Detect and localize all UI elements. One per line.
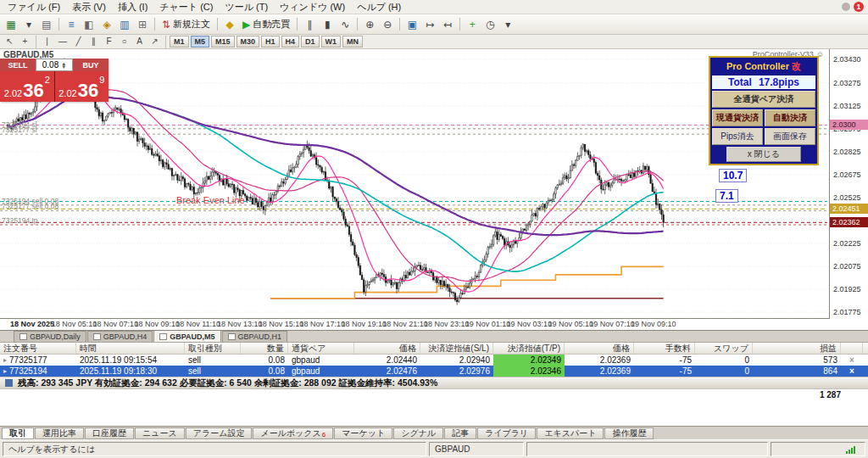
toolbar-indicators-button[interactable]: +	[464, 16, 481, 33]
close-position-button[interactable]: ×	[841, 355, 863, 366]
timeframe-d1-button[interactable]: D1	[301, 36, 320, 47]
notification-badge[interactable]: 1	[854, 2, 864, 12]
terminal-tab-experts[interactable]: エキスパート	[537, 427, 604, 439]
close-position-button[interactable]: ×	[841, 366, 863, 377]
chart-tab-gbpaud-daily[interactable]: GBPAUD,Daily	[14, 331, 86, 342]
toolbar-chart-dropdown-button[interactable]: ▾	[20, 16, 37, 33]
column-header-5[interactable]: 通貨ペア	[288, 343, 354, 354]
toolbar-fibonacci-button[interactable]: F	[102, 36, 116, 48]
toolbar-autotrading-button[interactable]: ▶自動売買	[239, 16, 293, 33]
time-axis[interactable]: 18 Nov 202518 Nov 05:1018 Nov 07:1018 No…	[0, 318, 829, 330]
column-header-7[interactable]: 決済逆指値(S/L)	[420, 343, 493, 354]
terminal-tab-library[interactable]: ライブラリ	[477, 427, 536, 439]
terminal-tab-news[interactable]: ニュース	[135, 427, 185, 439]
terminal-tab-articles[interactable]: 記事	[444, 427, 476, 439]
toolbar-vertical-line-button[interactable]: ∣	[40, 36, 54, 48]
timeframe-mn-button[interactable]: MN	[342, 36, 363, 47]
toolbar-periods-button[interactable]: ◷	[481, 16, 498, 33]
toolbar-auto-scroll-button[interactable]: ↦	[421, 16, 438, 33]
status-connection[interactable]	[771, 442, 865, 456]
toolbar-shapes-button[interactable]: ○	[117, 36, 131, 48]
toolbar-channel-button[interactable]: ∥	[86, 36, 101, 48]
buy-button[interactable]: 2.02 36 9	[55, 71, 109, 102]
menu-window[interactable]: ウィンドウ (W)	[274, 0, 351, 14]
toolbar-bar-chart-button[interactable]: ∥	[301, 16, 318, 33]
timeframe-m15-button[interactable]: M15	[211, 36, 235, 47]
terminal-tab-signals[interactable]: シグナル	[393, 427, 443, 439]
toolbar-market-watch-button[interactable]: ≡	[63, 16, 80, 33]
lot-size-input[interactable]: 0.08 ▲▼	[36, 59, 73, 71]
toolbar-zoom-in-button[interactable]: ⊕	[361, 16, 378, 33]
toolbar-trendline-button[interactable]: ╱	[71, 36, 86, 48]
column-header-12[interactable]: 損益	[753, 343, 841, 354]
order-row-77325194[interactable]: ▸773251942025.11.19 09:18:30sell0.08gbpa…	[0, 366, 868, 377]
pips-clear-button[interactable]: Pips消去	[712, 128, 763, 145]
toolbar-line-chart-button[interactable]: ∿	[337, 16, 353, 33]
column-header-13[interactable]	[841, 343, 863, 354]
toolbar-data-window-button[interactable]: ◧	[81, 16, 97, 33]
chart-plot[interactable]	[0, 49, 827, 319]
chart-window[interactable]: GBPAUD,M5 ProController-V33 ☺ 7325194 sl…	[0, 49, 868, 331]
toolbar-terminal-button[interactable]: ▥	[116, 16, 133, 33]
account-status-icon[interactable]	[842, 3, 850, 11]
timeframe-m1-button[interactable]: M1	[170, 36, 189, 47]
toolbar-metaeditor-button[interactable]: ◆	[221, 16, 238, 33]
terminal-tab-alerts[interactable]: アラーム設定	[186, 427, 253, 439]
column-header-8[interactable]: 決済指値(T/P)	[493, 343, 565, 354]
column-header-6[interactable]: 価格	[354, 343, 420, 354]
column-header-3[interactable]: 取引種別	[185, 343, 241, 354]
terminal-tab-mailbox[interactable]: メールボックス6	[253, 427, 333, 439]
toolbar-crosshair-button[interactable]: +	[18, 36, 32, 48]
screenshot-button[interactable]: 画面保存	[765, 128, 815, 145]
timeframe-h1-button[interactable]: H1	[261, 36, 280, 47]
chart-tab-gbpaud-m5[interactable]: GBPAUD,M5	[153, 330, 220, 342]
lot-spinner-icon[interactable]: ▲▼	[61, 62, 66, 69]
auto-close-button[interactable]: 自動決済	[765, 109, 815, 126]
toolbar-text-button[interactable]: A	[132, 36, 147, 48]
pro-controller-title[interactable]: Pro Controller 改	[712, 59, 815, 74]
buy-tab-label[interactable]: BUY	[73, 59, 108, 71]
menu-help[interactable]: ヘルプ (H)	[351, 0, 407, 14]
column-header-11[interactable]: スワップ	[695, 343, 753, 354]
terminal-tab-exposure[interactable]: 運用比率	[35, 427, 84, 439]
toolbar-zoom-out-button[interactable]: ⊖	[379, 16, 396, 33]
menu-view[interactable]: 表示 (V)	[66, 0, 112, 14]
chart-tab-gbpaud-h4[interactable]: GBPAUD,H4	[87, 331, 153, 342]
toolbar-new-order-button[interactable]: ⇅新規注文	[159, 16, 214, 33]
panel-close-button[interactable]: x 閉じる	[726, 147, 801, 162]
terminal-tab-history[interactable]: 口座履歴	[85, 427, 134, 439]
timeframe-m30-button[interactable]: M30	[236, 36, 260, 47]
sell-button[interactable]: 2.02 36 2	[0, 71, 54, 102]
terminal-tab-trade[interactable]: 取引	[2, 427, 34, 439]
close-current-pair-button[interactable]: 現通貨決済	[712, 109, 763, 126]
menu-insert[interactable]: 挿入 (I)	[112, 0, 153, 14]
order-row-77325177[interactable]: ▸773251772025.11.19 09:15:54sell0.08gbpa…	[0, 355, 868, 366]
toolbar-templates-button[interactable]: ▾	[499, 16, 516, 33]
close-all-pairs-button[interactable]: 全通貨ペア決済	[712, 91, 815, 108]
timeframe-w1-button[interactable]: W1	[321, 36, 342, 47]
price-axis[interactable]: 2.034302.032752.031252.029752.028252.026…	[829, 49, 868, 319]
column-header-9[interactable]: 価格	[565, 343, 634, 354]
terminal-tab-journal[interactable]: 操作履歴	[604, 427, 654, 439]
timeframe-h4-button[interactable]: H4	[281, 36, 300, 47]
column-header-1[interactable]: 注文番号	[0, 343, 76, 354]
toolbar-tile-windows-button[interactable]: ▣	[403, 16, 420, 33]
toolbar-new-chart-button[interactable]: ▦	[3, 16, 19, 33]
column-header-4[interactable]: 数量	[241, 343, 288, 354]
menu-tools[interactable]: ツール (T)	[219, 0, 274, 14]
toolbar-strategy-tester-button[interactable]: ⊞	[134, 16, 151, 33]
menu-charts[interactable]: チャート (C)	[153, 0, 219, 14]
column-header-10[interactable]: 手数料	[634, 343, 695, 354]
sell-tab-label[interactable]: SELL	[0, 59, 36, 71]
toolbar-arrow-tool-button[interactable]: ↗	[147, 36, 162, 48]
terminal-tab-market[interactable]: マーケット	[334, 427, 392, 439]
toolbar-profiles-button[interactable]: ▤	[38, 16, 55, 33]
timeframe-m5-button[interactable]: M5	[191, 36, 210, 47]
column-header-2[interactable]: 時間	[76, 343, 185, 354]
toolbar-chart-shift-button[interactable]: ↤	[439, 16, 456, 33]
toolbar-navigator-button[interactable]: ◈	[98, 16, 115, 33]
menu-file[interactable]: ファイル (F)	[2, 0, 66, 14]
toolbar-cursor-button[interactable]: ↖	[3, 36, 17, 48]
toolbar-candlestick-chart-button[interactable]: ▮	[319, 16, 336, 33]
toolbar-horizontal-line-button[interactable]: —	[55, 36, 70, 48]
